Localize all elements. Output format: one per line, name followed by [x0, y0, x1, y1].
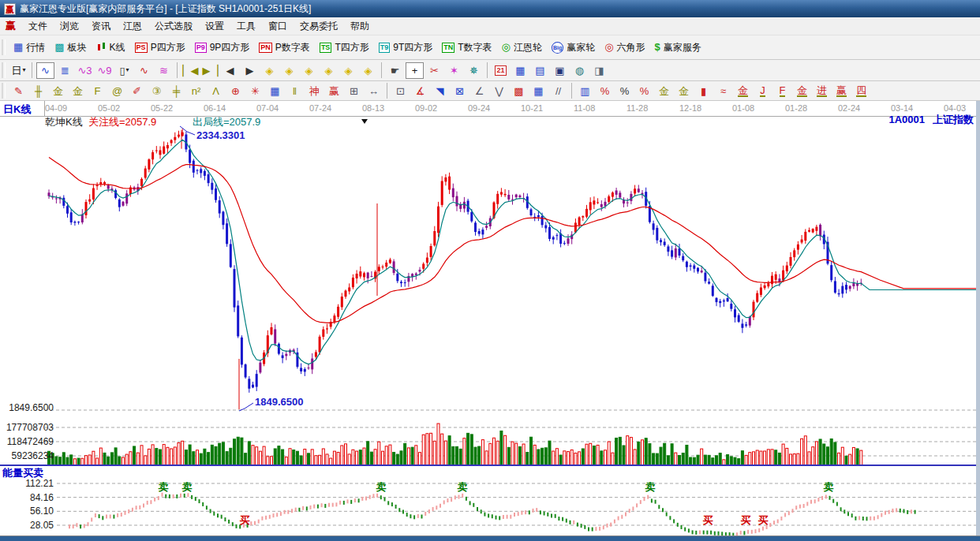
buy-signal-label: 买 [240, 514, 250, 526]
date-tick-label: 11-28 [627, 103, 648, 113]
indicator-axis-label-3: 56.10 [3, 506, 54, 517]
buy-signal-label: 买 [741, 514, 751, 526]
sell-signal-label: 卖 [824, 481, 834, 493]
instrument-label: 1A0001上证指数 [888, 113, 974, 127]
indicator-axis-label-4: 28.05 [3, 520, 54, 531]
instrument-code: 1A0001 [888, 114, 925, 125]
indicator-pane-divider [0, 465, 980, 466]
price-axis-min-label: 1849.6500 [3, 402, 54, 413]
peak-price-annotation: 2334.3301 [196, 129, 245, 141]
date-tick-label: 05-22 [151, 103, 173, 113]
date-tick-label: 09-24 [468, 103, 490, 113]
date-tick-label: 07-24 [309, 103, 331, 113]
sell-signal-label: 卖 [159, 481, 169, 493]
buy-signal-label: 买 [703, 514, 713, 526]
volume-axis-label-2: 118472469 [3, 436, 54, 447]
indicator-axis-label-2: 84.16 [3, 492, 54, 503]
window-bottom-edge [0, 536, 980, 541]
date-tick-label: 01-08 [732, 103, 754, 113]
date-tick-label: 10-21 [521, 103, 543, 113]
date-tick-label: 11-08 [574, 103, 595, 113]
date-tick-label: 07-04 [256, 103, 279, 113]
date-tick-label: 08-13 [362, 103, 384, 113]
sell-signal-label: 卖 [182, 481, 193, 493]
date-tick-label: 03-14 [891, 103, 913, 113]
attention-line-label: 关注线=2057.9 [88, 115, 156, 129]
date-tick-label: 01-28 [785, 103, 807, 113]
date-tick-label: 02-24 [838, 103, 860, 113]
indicator-axis-label-1: 112.21 [3, 478, 54, 489]
period-label: 日K线 [3, 103, 31, 117]
instrument-name: 上证指数 [933, 114, 974, 125]
date-tick-label: 05-02 [98, 103, 120, 113]
buy-signal-label: 买 [758, 514, 769, 526]
date-tick-label: 09-02 [415, 103, 437, 113]
trough-price-annotation: 1849.6500 [255, 396, 303, 408]
date-tick-label: 06-14 [204, 103, 226, 113]
window-right-edge [976, 101, 980, 536]
kline-chart-canvas[interactable]: 卖卖卖卖卖卖买买买买 [0, 0, 980, 541]
volume-axis-label-3: 59236234 [3, 450, 54, 461]
application-window: 赢 赢家江恩专业版[赢家内部服务平台] - [上证指数 SH1A0001-251… [0, 0, 980, 541]
date-tick-label: 04-09 [45, 103, 67, 113]
sell-signal-label: 卖 [376, 481, 387, 493]
overlay-kline-label: 乾坤K线 [45, 115, 83, 129]
exit-line-label: 出局线=2057.9 [193, 115, 260, 129]
date-tick-label: 04-03 [944, 103, 966, 113]
sell-signal-label: 卖 [645, 481, 656, 493]
sell-signal-label: 卖 [458, 481, 468, 493]
date-tick-label: 12-18 [679, 103, 701, 113]
volume-axis-label-1: 177708703 [3, 422, 54, 433]
